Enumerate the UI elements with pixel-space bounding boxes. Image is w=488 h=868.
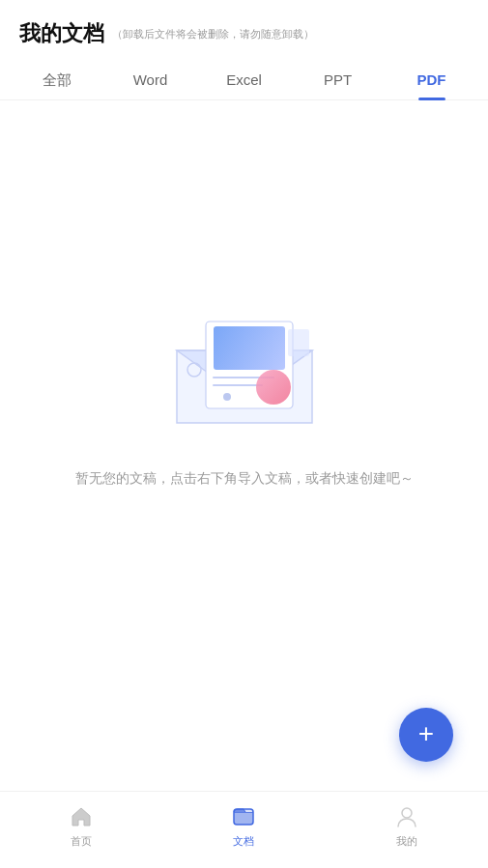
nav-profile-label: 我的: [396, 834, 417, 849]
tab-ppt[interactable]: PPT: [291, 62, 385, 99]
page-subtitle: （卸载后文件将会被删除，请勿随意卸载）: [112, 27, 314, 42]
bottom-nav: 首页 文档 我的: [0, 791, 488, 868]
home-icon: [68, 803, 95, 830]
plus-icon: +: [418, 720, 434, 747]
page-title: 我的文档: [19, 19, 104, 48]
nav-item-docs[interactable]: 文档: [162, 803, 325, 856]
tab-word[interactable]: Word: [103, 62, 197, 99]
nav-home-label: 首页: [71, 834, 92, 849]
fab-add-button[interactable]: +: [399, 708, 453, 762]
tab-excel[interactable]: Excel: [197, 62, 291, 99]
svg-rect-10: [288, 329, 309, 356]
nav-item-home[interactable]: 首页: [0, 803, 162, 856]
nav-item-profile[interactable]: 我的: [326, 803, 488, 856]
svg-rect-4: [214, 326, 285, 370]
empty-state-text: 暂无您的文稿，点击右下角导入文稿，或者快速创建吧～: [75, 470, 414, 488]
main-content: 暂无您的文稿，点击右下角导入文稿，或者快速创建吧～: [0, 100, 488, 660]
docs-icon: [230, 803, 257, 830]
tab-pdf[interactable]: PDF: [385, 62, 478, 99]
nav-docs-label: 文档: [233, 834, 254, 849]
tab-all[interactable]: 全部: [10, 62, 103, 99]
svg-point-8: [223, 393, 231, 401]
svg-point-7: [256, 370, 291, 405]
profile-icon: [393, 803, 420, 830]
svg-point-14: [402, 808, 412, 818]
header: 我的文档 （卸载后文件将会被删除，请勿随意卸载）: [0, 0, 488, 48]
empty-illustration: [148, 273, 341, 447]
tab-bar: 全部 Word Excel PPT PDF: [0, 62, 488, 100]
